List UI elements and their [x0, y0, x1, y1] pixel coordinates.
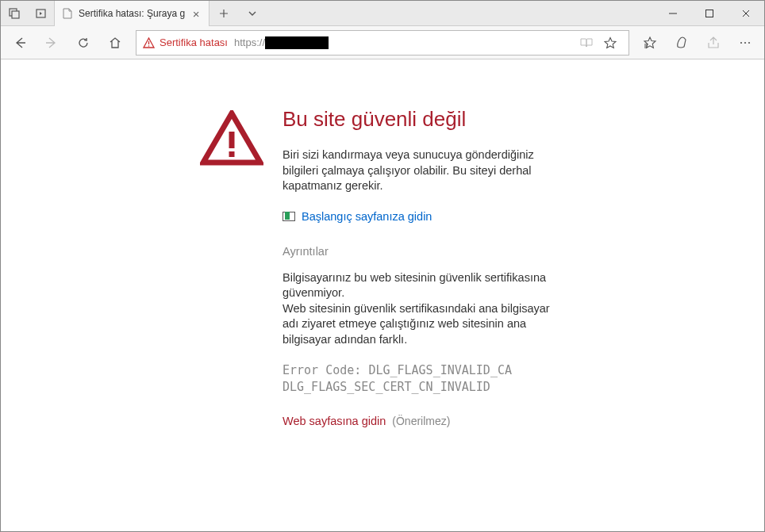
details-line-2: Web sitesinin güvenlik sertifikasındaki … [283, 302, 550, 346]
browser-tab[interactable]: Sertifika hatası: Şuraya g × [55, 1, 210, 26]
notes-button[interactable] [666, 28, 698, 58]
tab-overview-icon[interactable] [1, 1, 28, 26]
back-button[interactable] [4, 28, 36, 58]
settings-more-button[interactable] [729, 28, 761, 58]
error-icon-column [200, 107, 263, 427]
favorites-hub-button[interactable] [634, 28, 666, 58]
svg-point-5 [740, 41, 742, 43]
url-host-redacted [265, 36, 329, 49]
details-line-1: Bilgisayarınız bu web sitesinin güvenlik… [283, 271, 546, 300]
refresh-button[interactable] [67, 28, 99, 58]
tab-list-button[interactable] [238, 1, 267, 25]
certificate-warning-icon [143, 37, 155, 48]
maximize-button[interactable] [691, 1, 728, 26]
tab-favicon-blank-icon [61, 7, 74, 20]
titlebar-left-controls [1, 1, 55, 25]
tab-title: Sertifika hatası: Şuraya g [79, 8, 185, 19]
certificate-error-page: Bu site güvenli değil Biri sizi kandırma… [200, 107, 565, 427]
svg-point-7 [748, 41, 750, 43]
error-code-1: DLG_FLAGS_INVALID_CA [368, 363, 512, 377]
svg-rect-8 [229, 132, 235, 148]
set-aside-tabs-icon[interactable] [28, 1, 55, 26]
error-code-label: Error Code: [283, 363, 368, 377]
continue-not-recommended-label: (Önerilmez) [392, 415, 450, 427]
warning-triangle-icon [200, 110, 263, 167]
svg-point-6 [744, 41, 746, 43]
error-description: Biri sizi kandırmaya veya sunucuya gönde… [283, 147, 565, 194]
reading-view-icon[interactable] [575, 37, 598, 48]
svg-rect-3 [706, 10, 713, 17]
address-bar[interactable]: Sertifika hatası https:// [136, 30, 629, 55]
favorite-icon[interactable] [598, 36, 622, 49]
continue-to-page-link[interactable]: Web sayfasına gidin [283, 415, 386, 427]
continue-row: Web sayfasına gidin (Önerilmez) [283, 415, 565, 427]
svg-point-4 [148, 45, 150, 47]
forward-button[interactable] [36, 28, 67, 58]
page-content: Bu site güvenli değil Biri sizi kandırma… [1, 59, 764, 427]
svg-rect-1 [12, 11, 19, 18]
url-scheme: https:// [234, 36, 265, 48]
window-controls [655, 1, 764, 25]
start-page-icon [283, 212, 295, 221]
tab-close-button[interactable]: × [190, 7, 202, 21]
go-home-row: Başlangıç sayfanıza gidin [283, 210, 565, 223]
home-button[interactable] [99, 28, 131, 58]
details-header: Ayrıntılar [283, 245, 565, 258]
close-window-button[interactable] [728, 1, 764, 26]
error-body: Bu site güvenli değil Biri sizi kandırma… [283, 107, 565, 427]
error-code-2: DLG_FLAGS_SEC_CERT_CN_INVALID [283, 380, 490, 394]
new-tab-button[interactable] [210, 1, 238, 25]
toolbar: Sertifika hatası https:// [1, 26, 764, 59]
titlebar-spacer [267, 1, 655, 25]
error-code-block: Error Code: DLG_FLAGS_INVALID_CA DLG_FLA… [283, 362, 565, 396]
svg-rect-9 [229, 151, 235, 157]
minimize-button[interactable] [655, 1, 691, 26]
error-title: Bu site güvenli değil [283, 107, 565, 132]
go-to-start-page-link[interactable]: Başlangıç sayfanıza gidin [302, 210, 432, 223]
details-text: Bilgisayarınız bu web sitesinin güvenlik… [283, 270, 565, 348]
share-button[interactable] [698, 28, 729, 58]
certificate-error-label: Sertifika hatası [160, 36, 228, 48]
titlebar: Sertifika hatası: Şuraya g × [1, 1, 764, 26]
